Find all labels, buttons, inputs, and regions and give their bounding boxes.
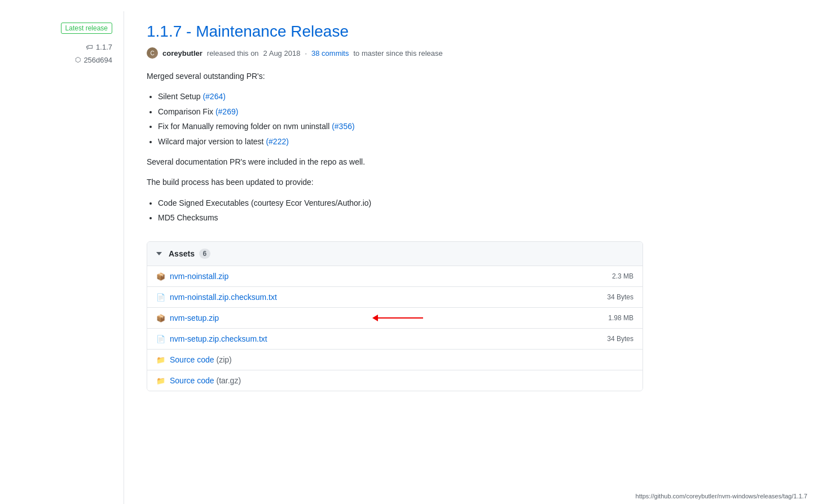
asset-row: nvm-setup.zip.checksum.txt 34 Bytes (147, 329, 643, 350)
list-item-2a: Code Signed Executables (courtesy Ecor V… (158, 197, 643, 209)
asset-left: Source code (tar.gz) (156, 376, 241, 385)
asset-extra: (tar.gz) (217, 376, 241, 385)
main-content: 1.1.7 - Maintenance Release C coreybutle… (124, 11, 666, 504)
asset-left: nvm-noinstall.zip.checksum.txt (156, 293, 277, 302)
release-title: 1.1.7 - Maintenance Release (147, 23, 643, 41)
pr-356-link[interactable]: (#356) (332, 122, 354, 131)
zip-icon (156, 313, 165, 322)
asset-row: nvm-noinstall.zip.checksum.txt 34 Bytes (147, 287, 643, 308)
assets-label: Assets (169, 249, 195, 258)
pr-222-link[interactable]: (#222) (266, 137, 288, 146)
asset-link[interactable]: Source code (zip) (170, 355, 232, 364)
asset-size: 34 Bytes (607, 293, 633, 301)
list-item: Fix for Manually removing folder on nvm … (158, 120, 643, 132)
asset-row-setup-zip: nvm-setup.zip 1.98 MB (147, 308, 643, 329)
asset-size: 1.98 MB (608, 314, 633, 322)
asset-extra: (zip) (217, 355, 232, 364)
src-icon (156, 376, 165, 385)
assets-toggle-icon (156, 252, 162, 255)
bullets-list: Silent Setup (#264) Comparison Fix (#269… (158, 90, 643, 148)
list-item: Comparison Fix (#269) (158, 105, 643, 118)
sidebar-meta: 🏷 1.1.7 ⬡ 256d694 (75, 41, 112, 67)
asset-link[interactable]: nvm-setup.zip.checksum.txt (170, 334, 267, 343)
asset-link[interactable]: nvm-noinstall.zip.checksum.txt (170, 293, 277, 302)
latest-release-badge: Latest release (61, 23, 112, 34)
avatar-img: C (147, 47, 158, 59)
release-date: 2 Aug 2018 (263, 49, 301, 58)
asset-row: nvm-noinstall.zip 2.3 MB (147, 266, 643, 287)
bullets-list-2: Code Signed Executables (courtesy Ecor V… (158, 197, 643, 224)
src-icon (156, 355, 165, 364)
dot-separator: · (305, 49, 307, 58)
assets-count: 6 (199, 249, 210, 259)
asset-link[interactable]: nvm-setup.zip (170, 313, 219, 322)
commits-text: to master since this release (353, 49, 442, 58)
asset-size: 34 Bytes (607, 335, 633, 343)
txt-icon (156, 293, 165, 302)
list-item-2b: MD5 Checksums (158, 211, 643, 224)
asset-left: nvm-noinstall.zip (156, 272, 228, 281)
sidebar: Latest release 🏷 1.1.7 ⬡ 256d694 (0, 11, 124, 504)
txt-icon (156, 334, 165, 343)
list-item: Silent Setup (#264) (158, 90, 643, 103)
asset-link[interactable]: Source code (tar.gz) (170, 376, 241, 385)
body-intro: Merged several outstanding PR's: (147, 70, 643, 82)
asset-size: 2.3 MB (612, 272, 633, 280)
pr-269-link[interactable]: (#269) (215, 107, 238, 116)
asset-left: nvm-setup.zip (156, 313, 219, 322)
list-item: Wilcard major version to latest (#222) (158, 135, 643, 148)
arrow-head (372, 315, 378, 321)
zip-icon (156, 272, 165, 281)
body-para3: The build process has been updated to pr… (147, 176, 643, 188)
arrow-annotation (373, 315, 423, 321)
released-text: released this on (207, 49, 259, 58)
avatar: C (147, 47, 158, 59)
commit-value: 256d694 (83, 54, 112, 67)
asset-link[interactable]: nvm-noinstall.zip (170, 272, 228, 281)
asset-row: Source code (zip) (147, 350, 643, 370)
commit-icon: ⬡ (75, 54, 81, 67)
body-para2: Several documentation PR's were included… (147, 156, 643, 168)
url-hint: https://github.com/coreybutler/nvm-windo… (636, 493, 807, 499)
release-meta: C coreybutler released this on 2 Aug 201… (147, 47, 643, 59)
asset-left: Source code (zip) (156, 355, 232, 364)
tag-row: 🏷 1.1.7 (75, 41, 112, 54)
assets-section: Assets 6 nvm-noinstall.zip 2.3 MB nvm-no… (147, 241, 643, 391)
author-name[interactable]: coreybutler (162, 49, 203, 58)
asset-left: nvm-setup.zip.checksum.txt (156, 334, 267, 343)
tag-value: 1.1.7 (96, 41, 112, 54)
assets-header[interactable]: Assets 6 (147, 242, 643, 266)
commit-row: ⬡ 256d694 (75, 54, 112, 67)
asset-row: Source code (tar.gz) (147, 370, 643, 391)
arrow-line (378, 317, 423, 319)
pr-264-link[interactable]: (#264) (203, 92, 225, 101)
commits-link[interactable]: 38 commits (311, 49, 349, 58)
tag-icon: 🏷 (86, 41, 93, 54)
release-body: Merged several outstanding PR's: Silent … (147, 70, 643, 224)
